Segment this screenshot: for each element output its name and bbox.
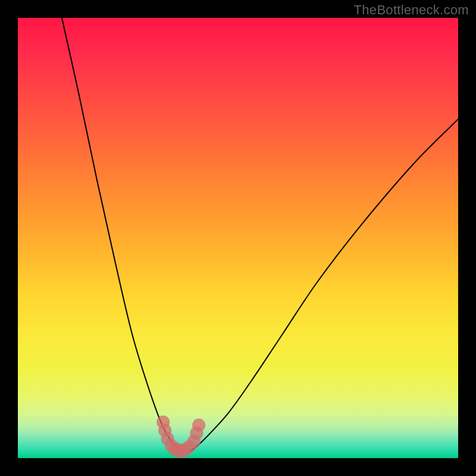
plot-area [18,18,458,458]
outer-frame: TheBottleneck.com [0,0,476,476]
watermark-text: TheBottleneck.com [354,2,469,18]
marker-group [156,415,205,458]
chart-svg [18,18,458,458]
marker-dot [192,418,205,431]
right-branch-curve [190,119,458,452]
left-branch-curve [62,18,181,452]
